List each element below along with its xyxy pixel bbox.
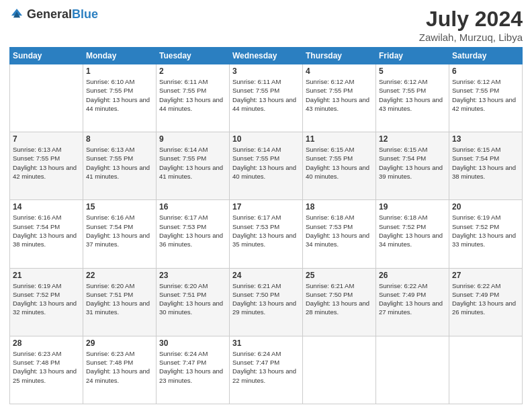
- table-row: 4Sunrise: 6:12 AMSunset: 7:55 PMDaylight…: [303, 64, 376, 132]
- day-info: Sunrise: 6:12 AMSunset: 7:55 PMDaylight:…: [452, 77, 519, 113]
- day-info: Sunrise: 6:10 AMSunset: 7:55 PMDaylight:…: [86, 77, 153, 113]
- header-wednesday: Wednesday: [230, 48, 303, 64]
- day-info: Sunrise: 6:15 AMSunset: 7:54 PMDaylight:…: [379, 145, 446, 181]
- day-number: 27: [452, 271, 519, 280]
- day-info: Sunrise: 6:19 AMSunset: 7:52 PMDaylight:…: [13, 281, 80, 317]
- day-number: 31: [232, 338, 300, 348]
- calendar-week-3: 21Sunrise: 6:19 AMSunset: 7:52 PMDayligh…: [10, 268, 523, 336]
- day-info: Sunrise: 6:19 AMSunset: 7:52 PMDaylight:…: [452, 213, 519, 248]
- day-info: Sunrise: 6:22 AMSunset: 7:49 PMDaylight:…: [379, 281, 446, 317]
- day-info: Sunrise: 6:24 AMSunset: 7:47 PMDaylight:…: [232, 349, 300, 385]
- logo-blue: Blue: [72, 7, 98, 21]
- day-info: Sunrise: 6:14 AMSunset: 7:55 PMDaylight:…: [159, 145, 226, 181]
- table-row: 26Sunrise: 6:22 AMSunset: 7:49 PMDayligh…: [376, 268, 449, 336]
- table-row: 31Sunrise: 6:24 AMSunset: 7:47 PMDayligh…: [230, 336, 303, 404]
- day-info: Sunrise: 6:20 AMSunset: 7:51 PMDaylight:…: [159, 281, 226, 317]
- table-row: 18Sunrise: 6:18 AMSunset: 7:53 PMDayligh…: [303, 200, 376, 268]
- day-number: 16: [159, 202, 226, 212]
- day-info: Sunrise: 6:20 AMSunset: 7:51 PMDaylight:…: [86, 281, 153, 317]
- header-tuesday: Tuesday: [157, 48, 230, 64]
- header: GeneralBlue July 2024 Zawilah, Murzuq, L…: [9, 7, 523, 43]
- day-number: 12: [379, 134, 446, 144]
- table-row: 16Sunrise: 6:17 AMSunset: 7:53 PMDayligh…: [157, 200, 230, 268]
- table-row: 21Sunrise: 6:19 AMSunset: 7:52 PMDayligh…: [10, 268, 83, 336]
- day-number: 28: [13, 338, 80, 348]
- day-number: 5: [379, 66, 446, 76]
- month-title: July 2024: [419, 7, 523, 32]
- table-row: 12Sunrise: 6:15 AMSunset: 7:54 PMDayligh…: [376, 132, 449, 200]
- day-info: Sunrise: 6:13 AMSunset: 7:55 PMDaylight:…: [86, 145, 153, 181]
- calendar-table: Sunday Monday Tuesday Wednesday Thursday…: [9, 47, 523, 404]
- day-info: Sunrise: 6:18 AMSunset: 7:52 PMDaylight:…: [379, 213, 446, 248]
- day-info: Sunrise: 6:16 AMSunset: 7:54 PMDaylight:…: [13, 213, 80, 248]
- table-row: 17Sunrise: 6:17 AMSunset: 7:53 PMDayligh…: [230, 200, 303, 268]
- table-row: 9Sunrise: 6:14 AMSunset: 7:55 PMDaylight…: [157, 132, 230, 200]
- day-number: 30: [159, 338, 226, 348]
- day-info: Sunrise: 6:12 AMSunset: 7:55 PMDaylight:…: [379, 77, 446, 113]
- table-row: 25Sunrise: 6:21 AMSunset: 7:50 PMDayligh…: [303, 268, 376, 336]
- page: GeneralBlue July 2024 Zawilah, Murzuq, L…: [0, 0, 532, 411]
- day-number: 24: [232, 271, 300, 280]
- day-number: 2: [159, 66, 226, 76]
- header-sunday: Sunday: [10, 48, 83, 64]
- day-number: 7: [13, 134, 80, 144]
- day-info: Sunrise: 6:16 AMSunset: 7:54 PMDaylight:…: [86, 213, 153, 248]
- day-number: 15: [86, 202, 153, 212]
- header-friday: Friday: [376, 48, 449, 64]
- day-number: 18: [306, 202, 373, 212]
- day-number: 25: [306, 271, 373, 280]
- day-number: 26: [379, 271, 446, 280]
- day-number: 20: [452, 202, 519, 212]
- table-row: 23Sunrise: 6:20 AMSunset: 7:51 PMDayligh…: [157, 268, 230, 336]
- table-row: 6Sunrise: 6:12 AMSunset: 7:55 PMDaylight…: [449, 64, 523, 132]
- day-number: 13: [452, 134, 519, 144]
- table-row: [10, 64, 83, 132]
- day-number: 19: [379, 202, 446, 212]
- day-number: 6: [452, 66, 519, 76]
- header-thursday: Thursday: [303, 48, 376, 64]
- table-row: [303, 336, 376, 404]
- day-number: 21: [13, 271, 80, 280]
- day-number: 14: [13, 202, 80, 212]
- day-number: 1: [86, 66, 153, 76]
- day-info: Sunrise: 6:23 AMSunset: 7:48 PMDaylight:…: [13, 349, 80, 385]
- table-row: 13Sunrise: 6:15 AMSunset: 7:54 PMDayligh…: [449, 132, 523, 200]
- logo-general: General: [27, 7, 72, 21]
- logo-text: GeneralBlue: [27, 7, 98, 21]
- table-row: 29Sunrise: 6:23 AMSunset: 7:48 PMDayligh…: [83, 336, 157, 404]
- table-row: 10Sunrise: 6:14 AMSunset: 7:55 PMDayligh…: [230, 132, 303, 200]
- table-row: 22Sunrise: 6:20 AMSunset: 7:51 PMDayligh…: [83, 268, 157, 336]
- table-row: 24Sunrise: 6:21 AMSunset: 7:50 PMDayligh…: [230, 268, 303, 336]
- table-row: 19Sunrise: 6:18 AMSunset: 7:52 PMDayligh…: [376, 200, 449, 268]
- day-info: Sunrise: 6:22 AMSunset: 7:49 PMDaylight:…: [452, 281, 519, 317]
- day-number: 8: [86, 134, 153, 144]
- day-info: Sunrise: 6:24 AMSunset: 7:47 PMDaylight:…: [159, 349, 226, 385]
- calendar-week-4: 28Sunrise: 6:23 AMSunset: 7:48 PMDayligh…: [10, 336, 523, 404]
- table-row: 20Sunrise: 6:19 AMSunset: 7:52 PMDayligh…: [449, 200, 523, 268]
- day-info: Sunrise: 6:17 AMSunset: 7:53 PMDaylight:…: [232, 213, 300, 248]
- day-info: Sunrise: 6:12 AMSunset: 7:55 PMDaylight:…: [306, 77, 373, 113]
- title-block: July 2024 Zawilah, Murzuq, Libya: [419, 7, 523, 43]
- header-monday: Monday: [83, 48, 157, 64]
- day-info: Sunrise: 6:15 AMSunset: 7:54 PMDaylight:…: [452, 145, 519, 181]
- table-row: 1Sunrise: 6:10 AMSunset: 7:55 PMDaylight…: [83, 64, 157, 132]
- table-row: 3Sunrise: 6:11 AMSunset: 7:55 PMDaylight…: [230, 64, 303, 132]
- calendar-header-row: Sunday Monday Tuesday Wednesday Thursday…: [10, 48, 523, 64]
- table-row: 27Sunrise: 6:22 AMSunset: 7:49 PMDayligh…: [449, 268, 523, 336]
- day-info: Sunrise: 6:17 AMSunset: 7:53 PMDaylight:…: [159, 213, 226, 248]
- day-number: 11: [306, 134, 373, 144]
- header-saturday: Saturday: [449, 48, 523, 64]
- day-number: 23: [159, 271, 226, 280]
- location-title: Zawilah, Murzuq, Libya: [419, 32, 523, 43]
- day-number: 29: [86, 338, 153, 348]
- table-row: 11Sunrise: 6:15 AMSunset: 7:55 PMDayligh…: [303, 132, 376, 200]
- table-row: 2Sunrise: 6:11 AMSunset: 7:55 PMDaylight…: [157, 64, 230, 132]
- table-row: 14Sunrise: 6:16 AMSunset: 7:54 PMDayligh…: [10, 200, 83, 268]
- day-info: Sunrise: 6:18 AMSunset: 7:53 PMDaylight:…: [306, 213, 373, 248]
- day-info: Sunrise: 6:13 AMSunset: 7:55 PMDaylight:…: [13, 145, 80, 181]
- day-info: Sunrise: 6:11 AMSunset: 7:55 PMDaylight:…: [232, 77, 300, 113]
- calendar-week-0: 1Sunrise: 6:10 AMSunset: 7:55 PMDaylight…: [10, 64, 523, 132]
- table-row: 5Sunrise: 6:12 AMSunset: 7:55 PMDaylight…: [376, 64, 449, 132]
- table-row: 15Sunrise: 6:16 AMSunset: 7:54 PMDayligh…: [83, 200, 157, 268]
- day-number: 22: [86, 271, 153, 280]
